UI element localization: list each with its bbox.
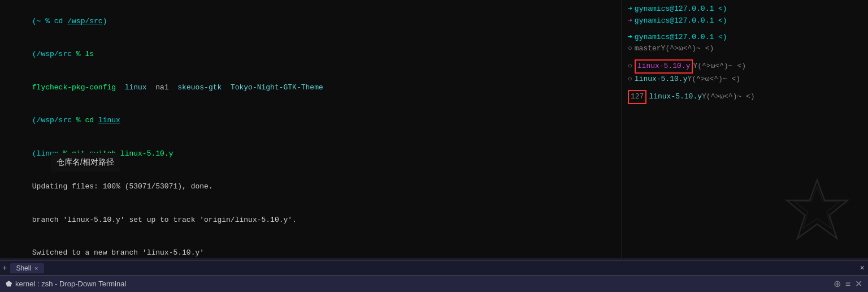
right-line-1: ➜ gynamics@127.0.0.1 <)	[628, 3, 862, 15]
status-bar: ⬟ kernel : zsh - Drop-Down Terminal ⊕ ≡ …	[0, 275, 868, 292]
arrow-icon-1: ➜	[628, 3, 632, 15]
status-title: kernel : zsh - Drop-Down Terminal	[15, 280, 834, 288]
menu-icon[interactable]: ≡	[845, 279, 850, 289]
right-line-2: ➜ gynamics@127.0.0.1 <)	[628, 15, 862, 27]
branch-suffix-1: Υ(^>ω<^)~ <)	[693, 61, 746, 72]
terminal-line-3: flycheck-pkg-config linux nai skeuos-gtk…	[6, 71, 616, 104]
right-line-6: ○ linux-5.10.yΥ(^>ω<^)~ <)	[628, 74, 862, 85]
branch-suffix-3: Υ(^>ω<^)~ <)	[702, 91, 755, 103]
branch-text-3: linux-5.10.y	[649, 91, 702, 103]
tab-bar: + Shell × ×	[0, 260, 868, 275]
status-right-buttons: ⊕ ≡ ✕	[834, 278, 862, 289]
right-line-7: 127 linux-5.10.yΥ(^>ω<^)~ <)	[628, 90, 862, 104]
prompt-path-link: /wsp/src	[67, 17, 102, 25]
terminal-icon: ⬟	[6, 280, 12, 288]
terminal-line-1: (~ % cd /wsp/src)	[6, 5, 616, 38]
branch-text-1: linux-5.10.y	[637, 62, 691, 70]
num-box: 127	[628, 90, 646, 104]
branch-box-1: linux-5.10.y	[635, 59, 693, 74]
circle-icon-4: ○	[628, 43, 632, 55]
user-host-3: gynamics@127.0.0.1 <)	[635, 32, 727, 44]
shell-tab[interactable]: Shell ×	[10, 263, 44, 273]
terminal-line-6: Updating files: 100% (53071/53071), done…	[6, 170, 616, 204]
branch-suffix-2: Υ(^>ω<^)~ <)	[687, 74, 740, 85]
tab-label: Shell	[16, 264, 31, 272]
terminal-main: (~ % cd /wsp/src) (/wsp/src % ls flychec…	[0, 0, 868, 258]
prompt-tilde: (~ % cd	[32, 17, 67, 25]
terminal-line-8: Switched to a new branch 'linux-5.10.y'	[6, 237, 616, 259]
terminal-right-pane: ➜ gynamics@127.0.0.1 <) ➜ gynamics@127.0…	[622, 0, 868, 258]
right-line-5: ○ linux-5.10.yΥ(^>ω<^)~ <)	[628, 59, 862, 74]
branch-text-2: linux-5.10.y	[635, 74, 688, 85]
user-host-1: gynamics@127.0.0.1 <)	[635, 3, 727, 15]
svg-marker-0	[787, 180, 848, 238]
arrow-icon-2: ➜	[628, 15, 632, 27]
close-tab-right[interactable]: ×	[860, 264, 865, 273]
tab-close-button[interactable]: ×	[34, 265, 38, 272]
right-line-4: ○ masterΥ(^>ω<^)~ <)	[628, 43, 862, 55]
terminal-left-pane[interactable]: (~ % cd /wsp/src) (/wsp/src % ls flychec…	[0, 0, 622, 258]
close-icon[interactable]: ✕	[855, 278, 862, 289]
arrow-icon-3: ➜	[628, 32, 632, 44]
master-branch: masterΥ(^>ω<^)~ <)	[635, 43, 714, 55]
annotation-repo: 仓库名/相对路径	[51, 153, 120, 171]
add-tab-button[interactable]: +	[2, 264, 7, 273]
terminal-line-7: branch 'linux-5.10.y' set up to track 'o…	[6, 203, 616, 237]
circle-icon-5: ○	[628, 61, 632, 72]
svg-marker-1	[795, 187, 839, 228]
settings-icon[interactable]: ⊕	[834, 278, 841, 289]
star-decoration	[783, 177, 851, 247]
terminal-line-4: (/wsp/src % cd linux	[6, 104, 616, 138]
right-line-3: ➜ gynamics@127.0.0.1 <)	[628, 32, 862, 44]
circle-icon-6: ○	[628, 74, 632, 85]
user-host-2: gynamics@127.0.0.1 <)	[635, 15, 727, 27]
terminal-line-2: (/wsp/src % ls	[6, 38, 616, 71]
